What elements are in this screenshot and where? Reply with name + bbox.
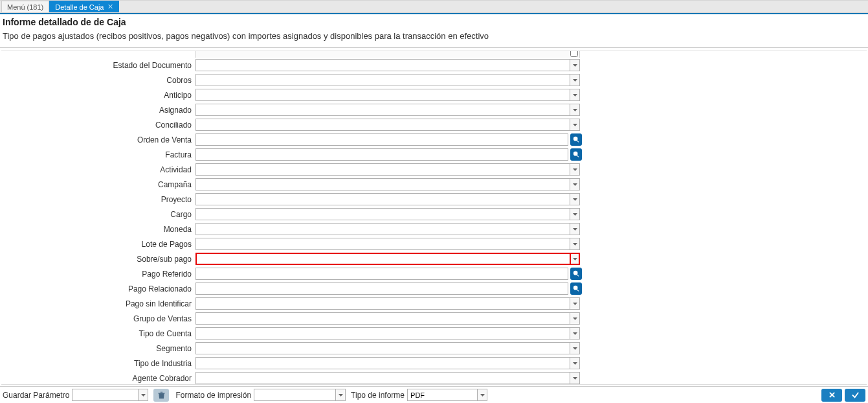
tipo-informe-combo[interactable] — [407, 389, 487, 401]
combo-input[interactable] — [195, 104, 570, 116]
lookup-button[interactable] — [570, 148, 582, 161]
form-row: Proyecto — [1, 192, 867, 207]
chevron-down-icon[interactable] — [570, 208, 580, 220]
combo-field[interactable] — [195, 372, 580, 384]
field-label: Campaña — [1, 180, 195, 189]
combo-input[interactable] — [195, 312, 570, 325]
combo-input[interactable] — [195, 238, 570, 250]
combo-field[interactable] — [195, 193, 580, 205]
lookup-button[interactable] — [570, 133, 582, 146]
ok-button[interactable] — [845, 389, 865, 402]
field-wrapper — [195, 253, 580, 265]
chevron-down-icon[interactable] — [570, 297, 580, 310]
cancel-button[interactable] — [821, 389, 842, 402]
combo-input[interactable] — [195, 327, 570, 340]
chevron-down-icon[interactable] — [570, 193, 580, 205]
combo-input[interactable] — [195, 178, 570, 190]
combo-input[interactable] — [195, 208, 570, 220]
form-scroll-area[interactable]: Estado del DocumentoCobrosAnticipoAsigna… — [1, 51, 867, 385]
chevron-down-icon[interactable] — [570, 59, 580, 71]
field-wrapper — [195, 133, 582, 146]
lookup-button[interactable] — [570, 268, 582, 280]
combo-field[interactable] — [195, 357, 580, 369]
combo-input[interactable] — [195, 89, 570, 101]
chevron-down-icon[interactable] — [570, 163, 580, 176]
checkbox-tipo-documento[interactable] — [570, 51, 578, 57]
formato-impresion-combo[interactable] — [254, 389, 346, 401]
search-input[interactable] — [195, 268, 568, 280]
combo-input[interactable] — [195, 253, 570, 265]
tab-detalle-label: Detalle de Caja — [55, 3, 104, 11]
field-label: Proyecto — [1, 195, 195, 204]
chevron-down-icon[interactable] — [570, 312, 580, 325]
combo-field[interactable] — [195, 89, 580, 101]
formato-impresion-dropdown[interactable] — [335, 389, 346, 401]
lookup-button[interactable] — [570, 282, 582, 295]
combo-input[interactable] — [195, 119, 570, 131]
combo-field[interactable] — [195, 74, 580, 86]
chevron-down-icon[interactable] — [570, 119, 580, 131]
field-label: Orden de Venta — [1, 135, 195, 144]
field-wrapper — [195, 163, 580, 176]
combo-field[interactable] — [195, 59, 580, 71]
field-wrapper — [195, 104, 580, 116]
combo-field[interactable] — [195, 253, 580, 265]
combo-field[interactable] — [195, 208, 580, 220]
chevron-down-icon[interactable] — [570, 238, 580, 250]
field-label: Pago sin Identificar — [1, 299, 195, 308]
delete-button[interactable] — [153, 389, 169, 402]
chevron-down-icon[interactable] — [570, 89, 580, 101]
chevron-down-icon[interactable] — [570, 357, 580, 369]
field-label: Pago Referido — [1, 270, 195, 279]
combo-input[interactable] — [195, 59, 570, 71]
combo-field[interactable] — [195, 163, 580, 176]
combo-field[interactable] — [195, 297, 580, 310]
combo-input[interactable] — [195, 372, 570, 384]
combo-field[interactable] — [195, 104, 580, 116]
combo-input[interactable] — [195, 223, 570, 235]
chevron-down-icon[interactable] — [570, 342, 580, 354]
chevron-down-icon[interactable] — [570, 223, 580, 235]
tipo-informe-dropdown[interactable] — [477, 389, 487, 401]
search-icon — [573, 284, 579, 294]
combo-field[interactable] — [195, 119, 580, 131]
combo-input[interactable] — [195, 74, 570, 86]
close-icon[interactable]: ✕ — [107, 3, 113, 11]
combo-input[interactable] — [195, 193, 570, 205]
combo-field[interactable] — [195, 312, 580, 325]
search-input[interactable] — [195, 148, 568, 161]
chevron-down-icon[interactable] — [570, 327, 580, 340]
field-label: Actividad — [1, 165, 195, 174]
guardar-parametro-dropdown[interactable] — [138, 389, 148, 401]
form-row: Cargo — [1, 207, 867, 222]
form-row: Tipo de Cuenta — [1, 326, 867, 341]
chevron-down-icon[interactable] — [570, 74, 580, 86]
field-wrapper — [195, 193, 580, 205]
combo-field[interactable] — [195, 223, 580, 235]
combo-field[interactable] — [195, 327, 580, 340]
field-wrapper — [195, 223, 580, 235]
form-row: Anticipo — [1, 87, 867, 102]
combo-field[interactable] — [195, 238, 580, 250]
field-label: Asignado — [1, 106, 195, 115]
chevron-down-icon[interactable] — [570, 253, 580, 265]
combo-field[interactable] — [195, 342, 580, 354]
combo-input[interactable] — [195, 163, 570, 176]
search-icon — [573, 135, 579, 144]
search-input[interactable] — [195, 282, 568, 295]
tab-menu[interactable]: Menú (181) — [1, 1, 49, 12]
guardar-parametro-input[interactable] — [72, 389, 138, 401]
combo-input[interactable] — [195, 342, 570, 354]
chevron-down-icon[interactable] — [570, 372, 580, 384]
tab-detalle-caja[interactable]: Detalle de Caja ✕ — [49, 1, 119, 12]
search-input[interactable] — [195, 133, 568, 146]
chevron-down-icon[interactable] — [570, 178, 580, 190]
tipo-informe-input[interactable] — [407, 389, 477, 401]
formato-impresion-input[interactable] — [254, 389, 335, 401]
combo-field[interactable] — [195, 178, 580, 190]
combo-input[interactable] — [195, 357, 570, 369]
chevron-down-icon[interactable] — [570, 104, 580, 116]
form-inner: Estado del DocumentoCobrosAnticipoAsigna… — [1, 51, 867, 385]
combo-input[interactable] — [195, 297, 570, 310]
guardar-parametro-combo[interactable] — [72, 389, 148, 401]
